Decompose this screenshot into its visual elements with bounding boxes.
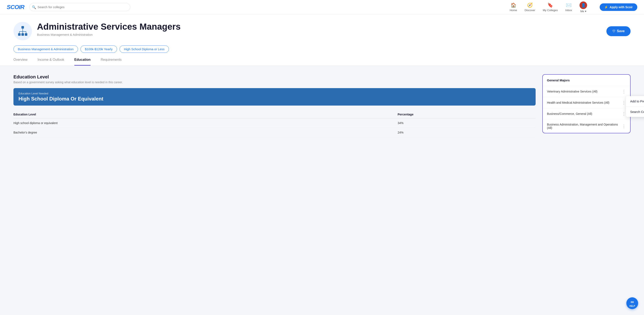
major-row-business-admin: Business Administration, Management and … [543, 119, 630, 133]
tab-overview[interactable]: Overview [14, 58, 28, 66]
nav-my-colleges-label: My Colleges [543, 9, 558, 12]
major-label-health: Health and Medical Administrative Servic… [547, 101, 609, 104]
table-cell-level-0: High school diploma or equivalent [14, 118, 398, 128]
majors-panel: General Majors Veterinary Administrative… [542, 74, 630, 137]
education-highlight-value: High School Diploma Or Equivalent [18, 96, 530, 102]
svg-rect-0 [22, 26, 24, 29]
three-dots-veterinary[interactable]: ⋮ [622, 89, 626, 94]
tag-business[interactable]: Business Management & Administration [14, 46, 78, 53]
avatar: 👤 [580, 2, 587, 9]
table-cell-pct-1: 24% [398, 128, 536, 137]
education-section-desc: Based on a government survey asking what… [14, 81, 536, 84]
career-top: Administrative Services Managers Busines… [14, 22, 630, 40]
major-row-business-general: Business/Commerce, General (All) ⋮ [543, 108, 630, 119]
major-label-business-admin: Business Administration, Management and … [547, 123, 622, 130]
education-highlight: Education Level Needed High School Diplo… [14, 88, 536, 106]
search-icon: 🔍 [32, 5, 36, 9]
inbox-icon: ✉️ [566, 3, 572, 8]
table-row: High school diploma or equivalent 34% [14, 118, 536, 128]
bookmark-icon: 🔖 [548, 3, 553, 8]
org-chart-icon [17, 26, 28, 37]
tag-education[interactable]: High School Diploma or Less [120, 46, 169, 53]
nav-discover-label: Discover [524, 9, 535, 12]
majors-card: General Majors Veterinary Administrative… [542, 74, 630, 133]
tab-education[interactable]: Education [74, 58, 90, 66]
svg-rect-2 [22, 33, 24, 36]
nav-links: 🏠 Home 🧭 Discover 🔖 My Colleges ✉️ Inbox… [510, 2, 637, 13]
career-subtitle: Business Management & Administration [37, 33, 601, 36]
tab-income-outlook[interactable]: Income & Outlook [38, 58, 64, 66]
table-col-pct: Percentage [398, 111, 536, 118]
me-label: Me ▾ [580, 10, 586, 13]
major-label-veterinary: Veterinary Administrative Services (All) [547, 90, 597, 93]
three-dots-health[interactable]: ⋮ [622, 101, 626, 105]
nav-my-colleges[interactable]: 🔖 My Colleges [543, 3, 558, 12]
major-row-health: Health and Medical Administrative Servic… [543, 97, 630, 108]
save-button[interactable]: ♡ Save [606, 26, 630, 36]
three-dots-business-general[interactable]: ⋮ [622, 112, 626, 116]
svg-rect-3 [25, 33, 27, 36]
nav-home-label: Home [510, 9, 517, 12]
table-cell-pct-0: 34% [398, 118, 536, 128]
search-bar: 🔍 [30, 3, 130, 11]
apply-button[interactable]: ⚡ Apply with Scoir [600, 3, 637, 11]
nav-me[interactable]: 👤 Me ▾ [580, 2, 587, 13]
tabs: Overview Income & Outlook Education Requ… [14, 58, 630, 66]
svg-rect-1 [18, 33, 20, 36]
nav-discover[interactable]: 🧭 Discover [524, 3, 535, 12]
apply-label: Apply with Scoir [610, 6, 633, 9]
lightning-icon: ⚡ [604, 6, 608, 9]
education-highlight-label: Education Level Needed [18, 92, 530, 95]
heart-icon: ♡ [612, 29, 615, 33]
career-title-group: Administrative Services Managers Busines… [37, 22, 601, 36]
career-title: Administrative Services Managers [37, 22, 601, 32]
career-tags: Business Management & Administration $10… [14, 46, 630, 53]
education-section-title: Education Level [14, 74, 536, 80]
nav-home[interactable]: 🏠 Home [510, 3, 517, 12]
tab-requirements[interactable]: Requirements [100, 58, 122, 66]
tag-income[interactable]: $100k-$120k Yearly [80, 46, 117, 53]
home-icon: 🏠 [510, 3, 516, 8]
dropdown-search-colleges[interactable]: Search Colleges [626, 107, 644, 117]
table-col-level: Education Level [14, 111, 398, 118]
career-header: Administrative Services Managers Busines… [0, 14, 644, 66]
three-dots-business-admin[interactable]: ⋮ [622, 124, 626, 128]
save-label: Save [617, 29, 625, 33]
majors-header: General Majors [543, 75, 630, 86]
education-table: Education Level Percentage High school d… [14, 111, 536, 137]
navbar: SCOIR 🔍 🏠 Home 🧭 Discover 🔖 My Colleges … [0, 0, 644, 14]
search-input[interactable] [30, 3, 130, 11]
career-icon [14, 22, 32, 40]
dropdown-popup: Add to Preferences Search Colleges [626, 96, 644, 117]
table-row: Bachelor's degree 24% [14, 128, 536, 137]
major-label-business-general: Business/Commerce, General (All) [547, 112, 592, 115]
table-cell-level-1: Bachelor's degree [14, 128, 398, 137]
nav-inbox[interactable]: ✉️ Inbox [566, 3, 572, 12]
discover-icon: 🧭 [527, 3, 533, 8]
main-content: Education Level Based on a government su… [0, 66, 644, 146]
nav-inbox-label: Inbox [566, 9, 572, 12]
logo[interactable]: SCOIR [7, 4, 24, 11]
education-panel: Education Level Based on a government su… [14, 74, 536, 137]
dropdown-add-preferences[interactable]: Add to Preferences [626, 96, 644, 107]
major-row-veterinary: Veterinary Administrative Services (All)… [543, 86, 630, 97]
